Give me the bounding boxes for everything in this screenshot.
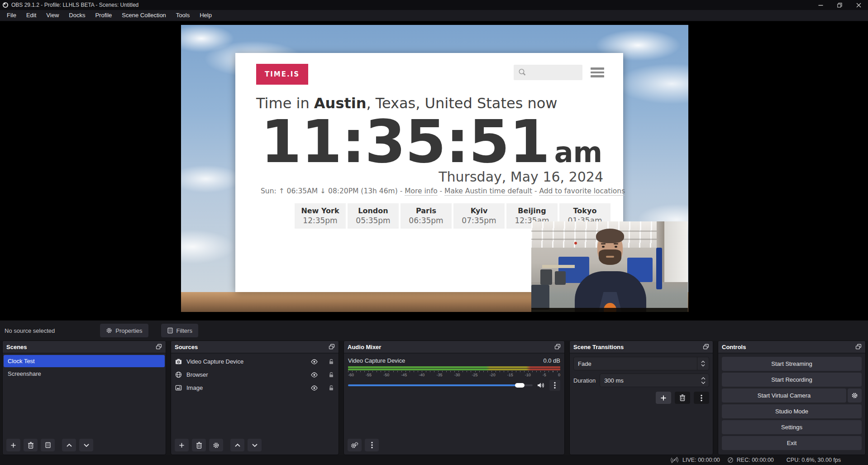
trash-icon: [28, 442, 34, 449]
stream-inactive-icon: [670, 457, 679, 463]
add-transition-button[interactable]: [656, 392, 671, 404]
remove-scene-button[interactable]: [24, 439, 38, 451]
volume-slider-handle[interactable]: [515, 383, 525, 388]
favorite-link: Add to favorite locations: [539, 187, 625, 196]
title-bar: OBS 29.1.2 - Profile: LLHLS BETA - Scene…: [0, 0, 868, 10]
add-source-button[interactable]: [175, 439, 189, 451]
source-move-up-button[interactable]: [230, 439, 244, 451]
scenes-header: Scenes: [3, 341, 166, 354]
menu-edit[interactable]: Edit: [21, 10, 41, 21]
timeis-search-box: [514, 65, 582, 80]
caret-down-icon: [701, 364, 705, 367]
source-status-text: No source selected: [5, 327, 55, 334]
settings-button[interactable]: Settings: [722, 420, 862, 434]
source-properties-button[interactable]: [209, 439, 223, 451]
studio-mode-button[interactable]: Studio Mode: [722, 404, 862, 418]
add-scene-button[interactable]: [6, 439, 20, 451]
audio-mixer-panel: Audio Mixer Video Capture Device 0.0 dB …: [343, 340, 565, 455]
trash-icon: [196, 442, 202, 449]
properties-button[interactable]: Properties: [100, 324, 148, 337]
chevron-up-icon: [66, 443, 72, 447]
cpu-fps-status: CPU: 0.6%, 30.00 fps: [787, 457, 841, 463]
lock-toggle[interactable]: [328, 385, 334, 391]
volume-slider[interactable]: [348, 384, 533, 386]
sources-title: Sources: [175, 344, 198, 350]
source-row-image[interactable]: Image: [171, 381, 339, 394]
speaker-icon[interactable]: [537, 382, 545, 389]
dock-area: Scenes Clock Test Screenshare: [0, 340, 868, 455]
source-row-video-capture[interactable]: Video Capture Device: [171, 355, 339, 368]
scene-filters-button[interactable]: [41, 439, 55, 451]
mixer-channel-name: Video Capture Device: [348, 357, 405, 364]
lock-toggle[interactable]: [328, 359, 334, 365]
menu-help[interactable]: Help: [195, 10, 217, 21]
obs-logo-icon: [2, 2, 9, 8]
meter-scale: -60-55-50-45-40-35-30-25-20-15-10-50: [348, 373, 560, 377]
menu-profile[interactable]: Profile: [90, 10, 117, 21]
select-carets: [697, 357, 709, 370]
controls-header: Controls: [718, 341, 865, 354]
clock-ampm: am: [554, 139, 602, 167]
visibility-toggle[interactable]: [310, 384, 318, 392]
transition-properties-button[interactable]: [694, 392, 709, 404]
channel-menu-button[interactable]: [549, 380, 560, 391]
audio-mixer-header: Audio Mixer: [344, 341, 564, 354]
menu-docks[interactable]: Docks: [64, 10, 90, 21]
preview-canvas[interactable]: TIME.IS Time in Austin, Texas, United St…: [181, 25, 688, 312]
double-gear-icon: [351, 442, 358, 449]
status-bar: LIVE: 00:00:00 REC: 00:00:00 CPU: 0.6%, …: [0, 455, 868, 465]
virtual-camera-settings-button[interactable]: [848, 388, 862, 403]
hamburger-menu-icon: [591, 67, 604, 77]
popout-icon: [554, 344, 561, 350]
minimize-button[interactable]: [811, 0, 830, 10]
close-button[interactable]: [849, 0, 868, 10]
visibility-toggle[interactable]: [310, 358, 318, 365]
meter-tick-marks: [348, 371, 560, 372]
transition-select[interactable]: Fade: [573, 357, 709, 370]
lock-icon: [328, 385, 334, 391]
duration-spinner[interactable]: [698, 374, 709, 387]
popout-icon: [329, 344, 335, 350]
filters-button[interactable]: Filters: [161, 324, 198, 337]
lock-toggle[interactable]: [328, 372, 334, 378]
menu-file[interactable]: File: [2, 10, 21, 21]
menu-tools[interactable]: Tools: [171, 10, 195, 21]
scene-transitions-panel: Scene Transitions Fade Duration: [569, 340, 713, 455]
exit-button[interactable]: Exit: [722, 436, 862, 450]
mixer-menu-button[interactable]: [365, 439, 379, 451]
start-streaming-button[interactable]: Start Streaming: [722, 357, 862, 371]
scene-move-down-button[interactable]: [79, 439, 93, 451]
eye-icon: [310, 384, 318, 392]
menu-scene-collection[interactable]: Scene Collection: [117, 10, 171, 21]
webcam-source[interactable]: [531, 221, 688, 312]
menu-view[interactable]: View: [41, 10, 64, 21]
city-kyiv: Kyiv07:35pm: [453, 203, 505, 229]
popout-icon: [156, 344, 162, 350]
start-recording-button[interactable]: Start Recording: [722, 373, 862, 387]
remove-transition-button[interactable]: [675, 392, 690, 404]
advanced-audio-button[interactable]: [348, 439, 362, 451]
dots-vertical-icon: [554, 382, 556, 389]
scenes-title: Scenes: [6, 344, 27, 350]
controls-title: Controls: [722, 344, 746, 350]
remove-source-button[interactable]: [192, 439, 206, 451]
dots-vertical-icon: [701, 394, 702, 402]
sources-panel: Sources Video Capture Device Browser: [171, 340, 339, 455]
city-london: London05:35pm: [348, 203, 399, 229]
source-row-browser[interactable]: Browser: [171, 368, 339, 381]
city-newyork: New York12:35pm: [295, 203, 346, 229]
chevron-down-icon: [83, 443, 90, 447]
make-default-link: Make Austin time default: [444, 187, 532, 196]
scene-move-up-button[interactable]: [62, 439, 76, 451]
gear-icon: [851, 392, 858, 399]
source-toolbar: No source selected Properties Filters: [0, 320, 868, 340]
duration-input[interactable]: 300 ms: [600, 374, 709, 387]
maximize-button[interactable]: [830, 0, 849, 10]
start-virtual-camera-button[interactable]: Start Virtual Camera: [722, 388, 846, 403]
gear-icon: [213, 442, 219, 449]
scene-item-screenshare[interactable]: Screenshare: [4, 368, 165, 380]
source-move-down-button[interactable]: [248, 439, 262, 451]
timeis-date: Thursday, May 16, 2024: [439, 169, 603, 185]
scene-item-clock-test[interactable]: Clock Test: [4, 355, 165, 367]
visibility-toggle[interactable]: [310, 371, 318, 379]
